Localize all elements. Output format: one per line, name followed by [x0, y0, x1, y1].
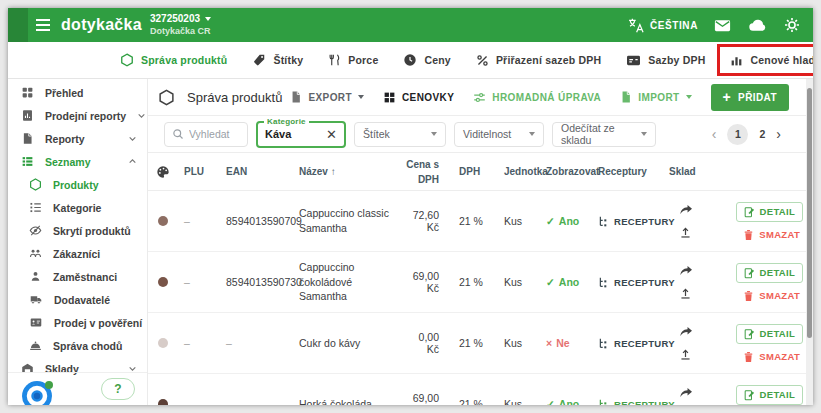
recipes-button[interactable]: RECEPTURY	[598, 337, 663, 349]
vat-value: 21 %	[453, 398, 498, 405]
sidebar-item-zakaznici[interactable]: Zákazníci	[8, 242, 147, 265]
dashboard-icon	[21, 86, 34, 99]
upload-icon[interactable]	[679, 226, 692, 239]
sidebar-item-skryti-produktu[interactable]: Skrytí produktů	[8, 219, 147, 242]
truck-icon	[29, 293, 43, 306]
share-arrow-icon[interactable]	[679, 326, 693, 338]
tab-porce[interactable]: Porce	[328, 53, 378, 67]
cloud-icon[interactable]	[747, 15, 768, 36]
check-icon: ✓	[546, 398, 555, 405]
customers-icon	[29, 247, 42, 260]
delete-button[interactable]: SMAZAT	[743, 229, 803, 241]
plu-value: –	[178, 215, 220, 227]
product-color-dot	[158, 338, 168, 348]
import-button[interactable]: IMPORT	[620, 90, 691, 104]
scrollbar-thumb[interactable]	[807, 88, 812, 338]
package-icon	[29, 178, 42, 191]
filter-bar: Kategorie Káva ✕ Štítek Viditelnost Odeč…	[148, 116, 813, 153]
sidebar-item-zamestnanci[interactable]: Zaměstnanci	[8, 265, 147, 288]
chevron-down-icon	[431, 132, 437, 136]
detail-button[interactable]: DETAIL	[736, 202, 803, 222]
search-box[interactable]	[164, 122, 248, 147]
mail-icon[interactable]	[713, 16, 732, 35]
chevron-down-icon	[137, 111, 146, 120]
column-header-cena[interactable]: Cena s DPH	[398, 157, 453, 187]
page-prev-arrow[interactable]: ‹	[712, 127, 717, 141]
sidebar-item-produkty[interactable]: Produkty	[8, 173, 147, 196]
sidebar-item-kategorie[interactable]: Kategorie	[8, 196, 147, 219]
recipes-button[interactable]: RECEPTURY	[598, 215, 663, 227]
sidebar-item-seznamy[interactable]: Seznamy	[8, 150, 147, 173]
search-input[interactable]	[189, 128, 240, 140]
clock-coin-icon	[403, 53, 417, 67]
sliders-icon	[473, 91, 486, 104]
visibility-dropdown[interactable]: Viditelnost	[454, 122, 544, 147]
detail-button[interactable]: DETAIL	[736, 263, 803, 283]
chevron-up-icon	[128, 157, 137, 166]
column-header-ean[interactable]: EAN	[220, 166, 293, 177]
chevron-down-icon	[529, 132, 535, 136]
export-button[interactable]: EXPORT	[290, 90, 364, 104]
stock-deduct-dropdown[interactable]: Odečítat ze skladu	[552, 122, 656, 147]
recipes-button[interactable]: RECEPTURY	[598, 276, 663, 288]
cutlery-icon	[328, 53, 341, 67]
sidebar-item-sprava-chodu[interactable]: Správa chodů	[8, 334, 147, 357]
report-chart-icon	[21, 109, 34, 122]
vat-value: 21 %	[453, 215, 498, 227]
page-1-button[interactable]: 1	[727, 124, 748, 145]
tab-sazby-dph[interactable]: Sazby DPH	[626, 54, 705, 67]
add-button[interactable]: + PŘIDAT	[711, 84, 789, 111]
gear-icon[interactable]	[783, 16, 801, 34]
sidebar-item-prodejni-reporty[interactable]: Prodejní reporty	[8, 104, 147, 127]
column-header-sklad[interactable]: Sklad	[663, 166, 708, 177]
upload-icon[interactable]	[679, 348, 692, 361]
sidebar-item-prodej-v-povereni[interactable]: Prodej v pověření	[8, 311, 147, 334]
account-switcher[interactable]: 327250203 Dotykačka CR	[150, 13, 211, 37]
detail-button[interactable]: DETAIL	[736, 385, 803, 405]
cenovky-button[interactable]: CENOVKY	[383, 91, 454, 104]
column-header-jednotka[interactable]: Jednotka	[498, 166, 540, 177]
sidebar-item-prehled[interactable]: Přehled	[8, 81, 147, 104]
clear-icon[interactable]: ✕	[326, 128, 337, 141]
vat-value: 21 %	[453, 276, 498, 288]
tag-dropdown[interactable]: Štítek	[354, 122, 446, 147]
percent-icon	[476, 54, 489, 67]
delete-button[interactable]: SMAZAT	[743, 351, 803, 363]
sidebar-item-dodavatele[interactable]: Dodavatelé	[8, 288, 147, 311]
column-header-nazev[interactable]: Název ↑	[293, 166, 398, 177]
category-filter-field[interactable]: Kategorie Káva ✕	[256, 121, 346, 148]
share-arrow-icon[interactable]	[679, 265, 693, 277]
category-field-label: Kategorie	[264, 117, 309, 126]
table-body: – 8594013590709 Cappuccino classic Saman…	[148, 191, 813, 405]
tab-stitky[interactable]: Štítky	[252, 53, 303, 67]
sidebar-item-reporty[interactable]: Reporty	[8, 127, 147, 150]
recipes-button[interactable]: RECEPTURY	[598, 398, 663, 405]
page-2-button[interactable]: 2	[759, 128, 765, 140]
check-icon: ✓	[546, 276, 555, 288]
hamburger-menu-icon[interactable]	[36, 19, 50, 31]
column-header-dph[interactable]: DPH	[453, 166, 498, 177]
menu-strip	[8, 8, 28, 42]
column-header-zobrazovat[interactable]: Zobrazovat	[540, 166, 588, 177]
detail-button[interactable]: DETAIL	[736, 324, 803, 344]
share-arrow-icon[interactable]	[679, 387, 693, 399]
translate-icon	[627, 17, 644, 34]
language-selector[interactable]: ČEŠTINA	[627, 17, 698, 34]
tab-sprava-produktu[interactable]: Správa produktů	[120, 53, 227, 67]
page-next-arrow[interactable]: ›	[776, 127, 781, 141]
bulk-edit-button[interactable]: HROMADNÁ ÚPRAVA	[473, 91, 601, 104]
upload-icon[interactable]	[679, 287, 692, 300]
module-tab-bar: Správa produktů Štítky Porce Ceny Přiřaz…	[8, 42, 813, 79]
category-field-value: Káva	[265, 128, 326, 140]
tab-ceny[interactable]: Ceny	[403, 53, 450, 67]
vertical-scrollbar[interactable]	[806, 79, 813, 405]
trash-icon	[743, 351, 754, 363]
column-header-plu[interactable]: PLU	[178, 166, 220, 177]
tab-prirazeni-sazeb-dph[interactable]: Přiřazení sazeb DPH	[476, 54, 601, 67]
chevron-down-icon	[128, 134, 137, 143]
share-arrow-icon[interactable]	[679, 204, 693, 216]
tab-cenove-hladiny[interactable]: Cenové hladiny	[730, 54, 813, 67]
help-button[interactable]: ?	[101, 378, 135, 400]
column-header-receptury[interactable]: Receptury	[588, 166, 663, 177]
delete-button[interactable]: SMAZAT	[743, 290, 803, 302]
